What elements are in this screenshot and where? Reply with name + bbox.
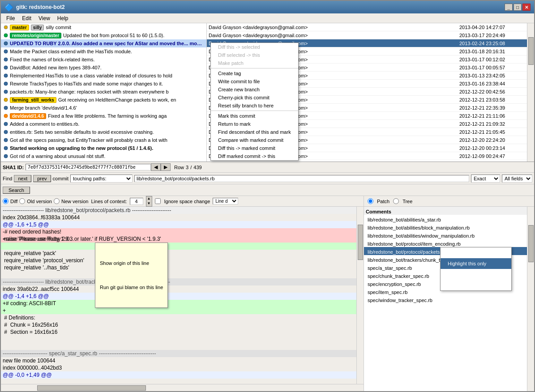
minimize-button[interactable]: _ (505, 4, 513, 11)
ignore-space-checkbox[interactable] (155, 198, 161, 204)
ctx-mark-commit[interactable]: Mark this commit (211, 112, 298, 120)
diff-hscrollbar[interactable] (1, 384, 364, 391)
ctx-diff-marked[interactable]: Diff this -> marked commit (211, 144, 298, 152)
old-radio[interactable] (19, 198, 25, 204)
diff-line[interactable] (1, 336, 356, 343)
find-path-input[interactable] (134, 175, 469, 182)
author-row[interactable]: David Grayson <davidegrayson@gmail.com> … (207, 31, 527, 39)
diff-line[interactable]: # Chunk = 16x256x16 (1, 321, 356, 328)
ctx-blame-parent[interactable]: Blame parent commit (441, 280, 511, 290)
diff-line-removed[interactable]: -# need ordered hashes! (1, 228, 356, 235)
diff-line[interactable]: # Section = 16x16x16 (1, 328, 356, 336)
ctx-cherry-pick[interactable]: Cherry-pick this commit (211, 94, 298, 102)
commit-row[interactable]: dev/david/1.4.6 Fixed a few little probl… (1, 112, 206, 120)
commit-row[interactable]: Merge branch 'dev/david/1.4.6' (1, 104, 206, 112)
file-item-selected[interactable]: lib/redstone_bot/protocol/packets.rb Hig… (364, 247, 527, 255)
commit-row[interactable]: Fixed the names of brick-related items. (1, 55, 206, 64)
find-match-select[interactable]: Exact IgnCase Regexp (471, 175, 500, 183)
spin-down-button[interactable]: ▼ (146, 201, 152, 206)
popup-blame[interactable]: Run git gui blame on this line (96, 282, 167, 292)
commit-row[interactable]: Got it to properly read the NBT data in … (1, 160, 206, 162)
diff-hscrollbar-thumb[interactable] (37, 385, 146, 391)
find-prev-button[interactable]: prev (33, 175, 51, 182)
commit-list-scrollbar[interactable] (527, 23, 534, 162)
menu-view[interactable]: View (35, 14, 54, 22)
menu-help[interactable]: Help (54, 14, 72, 22)
diff-radio[interactable] (3, 198, 9, 204)
ctx-diff-marked-to-this[interactable]: Diff marked commit -> this (211, 152, 298, 160)
diff-line[interactable]: require_relative 'protocol_version' (1, 257, 356, 264)
diff-line-added[interactable]: + (1, 307, 356, 314)
diff-line-separator[interactable]: ------------------------- spec/a_star_sp… (1, 350, 356, 357)
ctx-create-tag[interactable]: Create tag (211, 69, 298, 77)
file-item[interactable]: spec/window_tracker_spec.rb (364, 295, 527, 303)
diff-line-hunk[interactable]: @@ -0,0 +1,49 @@ (1, 371, 356, 379)
diff-line[interactable]: # Definitions: (1, 314, 356, 321)
commit-row[interactable]: farming_still_works Got receiving on Hel… (1, 96, 206, 104)
file-item[interactable]: lib/redstone_bot/abilities/a_star.rb (364, 215, 527, 223)
commit-row[interactable]: Reimplemented HasTids to use a class var… (1, 72, 206, 80)
commit-row[interactable]: remotes/origin/master Updated the bot fr… (1, 31, 206, 39)
file-list[interactable]: Comments lib/redstone_bot/abilities/a_st… (364, 207, 527, 391)
author-row[interactable]: David Grayson <davidegrayson@gmail.com> … (207, 23, 527, 31)
commit-row-selected[interactable]: UPDATED TO RUBY 2.0.0. Also added a new … (1, 39, 206, 47)
commit-row[interactable]: DavidBot: Added new item types 389-407. (1, 64, 206, 72)
ctx-reset-branch[interactable]: Reset silly branch to here (211, 102, 298, 110)
close-button[interactable]: ✕ (522, 4, 531, 11)
commit-graph[interactable]: master silly silly commit remotes/origin… (1, 23, 207, 162)
scrollbar-thumb[interactable] (528, 37, 534, 65)
diff-scrollbar[interactable] (356, 207, 364, 384)
diff-line-hunk[interactable]: @@ -1,6 +1,5 @@ (1, 221, 356, 228)
diff-line-hunk[interactable]: @@ -1,4 +1,6 @@ (1, 293, 356, 300)
spin-up-button[interactable]: ▲ (146, 196, 152, 201)
ctx-highlight-too[interactable]: Highlight this too (441, 247, 511, 258)
commit-row[interactable]: Got rid of a warning about unusual nbt s… (1, 152, 206, 160)
diff-line[interactable]: index 39a6b22..aacf5cc 100644 (1, 285, 356, 293)
context-input[interactable] (130, 198, 143, 205)
commit-row[interactable]: Got all the specs passing, but EntityTra… (1, 136, 206, 144)
ctx-write-commit[interactable]: Write commit to file (211, 77, 298, 85)
file-item[interactable]: lib/redstone_bot/abilities/block_manipul… (364, 223, 527, 231)
diff-line[interactable]: index 0000000..4042bd3 (1, 364, 356, 371)
find-next-button[interactable]: next (14, 175, 31, 182)
diff-line[interactable]: new file mode 100644 (1, 357, 356, 364)
commit-row[interactable]: master silly silly commit (1, 23, 206, 31)
ctx-create-branch[interactable]: Create new branch (211, 85, 298, 94)
diff-line[interactable]: ----------------------- lib/redstone_bot… (1, 207, 356, 214)
commit-row[interactable]: entities.rb: Sets two sensible defaults … (1, 128, 206, 136)
diff-line[interactable] (1, 343, 356, 350)
commit-row[interactable]: Made the Packet class extend with the Ha… (1, 47, 206, 55)
popup-show-origin[interactable]: Show origin of this line (96, 258, 167, 268)
ctx-find-descendant[interactable]: Find descendant of this and mark (211, 128, 298, 136)
commit-row[interactable]: Added a comment to entities.rb. (1, 120, 206, 128)
ctx-return-mark[interactable]: Return to mark (211, 120, 298, 128)
tree-radio[interactable] (393, 198, 399, 204)
sha-input[interactable] (26, 164, 151, 170)
menu-file[interactable]: File (3, 14, 18, 22)
commit-row[interactable]: Started working on upgrading to the new … (1, 144, 206, 152)
file-list-scrollbar[interactable] (527, 207, 534, 391)
diff-line[interactable]: require_relative '../has_tids' (1, 264, 356, 271)
diff-line-separator[interactable]: ----------------------- lib/redstone_bot… (1, 278, 356, 285)
commit-row[interactable]: packets.rb: Many-line change: replaces s… (1, 88, 206, 96)
ctx-highlight-only[interactable]: Highlight this only (441, 258, 511, 269)
diff-content[interactable]: ----------------------- lib/redstone_bot… (1, 207, 356, 384)
sha-prev-button[interactable]: ◀ (151, 163, 161, 171)
maximize-button[interactable]: □ (514, 4, 522, 11)
ctx-compare-marked[interactable]: Compare with marked commit (211, 136, 298, 144)
diff-line[interactable] (1, 271, 356, 278)
diff-line[interactable]: index 20d3864..f63383a 100644 (1, 214, 356, 221)
file-item[interactable]: lib/redstone_bot/abilities/window_manipu… (364, 231, 527, 239)
file-item[interactable]: lib/redstone_bot/protocol/item_encoding.… (364, 239, 527, 247)
file-list-scrollbar-thumb[interactable] (528, 225, 534, 262)
menu-edit[interactable]: Edit (18, 14, 35, 22)
patch-radio[interactable] (368, 198, 373, 204)
new-radio[interactable] (54, 198, 60, 204)
diff-line-added[interactable]: +raise 'Please use Ruby 2.0... Show orig… (1, 243, 356, 250)
ctx-external-diff[interactable]: External diff (441, 269, 511, 280)
find-fields-select[interactable]: All fields Headline (502, 175, 532, 183)
sha-next-button[interactable]: ▶ (161, 163, 171, 171)
line-mode-select[interactable]: Line d Word d (213, 198, 238, 205)
search-button[interactable]: Search (3, 187, 30, 194)
find-type-select[interactable]: touching paths: containing: adding/remov… (70, 175, 133, 183)
